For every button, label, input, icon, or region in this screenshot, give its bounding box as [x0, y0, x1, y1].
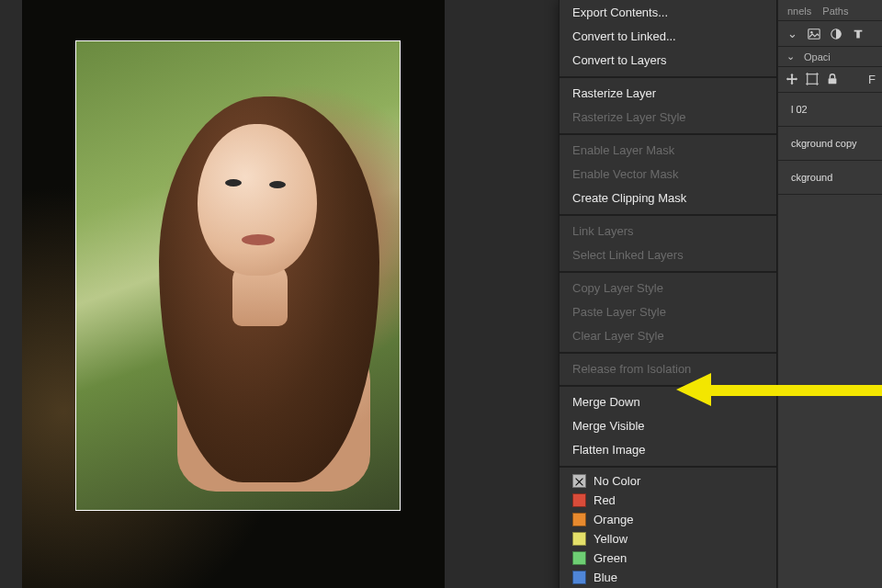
- lock-icon[interactable]: [826, 73, 839, 85]
- swatch-red: [572, 493, 586, 507]
- menu-item-release_isolation: Release from Isolation: [560, 357, 776, 381]
- type-filter-icon[interactable]: [852, 28, 865, 40]
- adjustment-filter-icon[interactable]: [830, 28, 842, 40]
- swatch-orange: [572, 513, 586, 526]
- chevron-down-icon[interactable]: ⌄: [787, 27, 797, 40]
- chevron-down-icon[interactable]: ⌄: [786, 51, 795, 62]
- layer-item-0[interactable]: l 02: [778, 93, 882, 127]
- portrait-face: [198, 124, 317, 276]
- canvas-area: [0, 0, 551, 588]
- menu-separator: [560, 76, 776, 78]
- menu-item-convert_layers[interactable]: Convert to Layers: [560, 49, 776, 73]
- layers-panel: nnels Paths ⌄ ⌄ Opaci F l 02ckground cop…: [777, 0, 882, 588]
- layer-list: l 02ckground copyckground: [778, 93, 882, 195]
- swatch-green: [572, 551, 586, 565]
- panel-tabs: nnels Paths: [778, 0, 882, 21]
- menu-separator: [560, 385, 776, 387]
- menu-item-link_layers: Link Layers: [560, 220, 776, 243]
- layer-filter-row: ⌄: [778, 21, 882, 47]
- menu-separator: [560, 271, 776, 273]
- portrait-lips: [242, 234, 275, 245]
- menu-item-convert_linked[interactable]: Convert to Linked...: [560, 25, 776, 49]
- color-label-text: Blue: [594, 571, 617, 584]
- menu-item-flatten_image[interactable]: Flatten Image: [560, 438, 776, 462]
- lock-row: F: [778, 67, 882, 93]
- svg-point-1: [810, 31, 812, 33]
- svg-rect-4: [829, 78, 837, 84]
- document[interactable]: [22, 0, 445, 588]
- move-icon[interactable]: [786, 73, 798, 85]
- artboard-icon[interactable]: [806, 73, 819, 85]
- menu-item-select_linked: Select Linked Layers: [560, 243, 776, 267]
- color-label-text: Red: [594, 493, 616, 507]
- swatch-blue: [572, 571, 586, 584]
- menu-item-merge_visible[interactable]: Merge Visible: [560, 414, 776, 438]
- menu-item-create_clipping_mask[interactable]: Create Clipping Mask: [560, 187, 776, 210]
- menu-item-rasterize_layer[interactable]: Rasterize Layer: [560, 82, 776, 106]
- layer-context-menu[interactable]: Export Contents...Convert to Linked...Co…: [559, 0, 777, 588]
- tab-paths[interactable]: Paths: [822, 6, 848, 17]
- color-label-orange[interactable]: Orange: [560, 510, 776, 529]
- color-label-blue[interactable]: Blue: [560, 568, 776, 587]
- menu-separator: [560, 466, 776, 468]
- menu-separator: [560, 352, 776, 354]
- tab-channels[interactable]: nnels: [787, 6, 811, 17]
- swatch-none: [572, 474, 586, 488]
- color-label-yellow[interactable]: Yellow: [560, 529, 776, 548]
- menu-separator: [560, 133, 776, 135]
- layer-item-2[interactable]: ckground: [778, 161, 882, 195]
- menu-item-rasterize_style: Rasterize Layer Style: [560, 106, 776, 130]
- fill-label: F: [868, 73, 876, 86]
- svg-rect-3: [808, 74, 818, 85]
- menu-separator: [560, 214, 776, 216]
- blend-row: ⌄ Opaci: [778, 47, 882, 67]
- foreground-image: [75, 40, 401, 511]
- color-label-red[interactable]: Red: [560, 491, 776, 510]
- color-label-text: No Color: [594, 474, 640, 488]
- portrait-eye-right: [269, 181, 286, 188]
- color-label-green[interactable]: Green: [560, 548, 776, 568]
- menu-item-paste_layer_style: Paste Layer Style: [560, 300, 776, 324]
- menu-item-clear_layer_style: Clear Layer Style: [560, 324, 776, 348]
- menu-item-copy_layer_style: Copy Layer Style: [560, 277, 776, 300]
- opacity-label: Opaci: [804, 51, 831, 62]
- color-label-text: Green: [594, 551, 627, 565]
- color-label-text: Yellow: [594, 532, 628, 546]
- menu-item-enable_layer_mask: Enable Layer Mask: [560, 139, 776, 163]
- menu-item-enable_vector_mask: Enable Vector Mask: [560, 163, 776, 187]
- image-filter-icon[interactable]: [808, 28, 820, 40]
- layer-item-1[interactable]: ckground copy: [778, 127, 882, 161]
- color-label-none[interactable]: No Color: [560, 471, 776, 491]
- swatch-yellow: [572, 532, 586, 546]
- portrait-eye-left: [225, 179, 242, 187]
- menu-item-export_contents[interactable]: Export Contents...: [560, 1, 776, 25]
- menu-item-merge_down[interactable]: Merge Down: [560, 390, 776, 414]
- color-label-text: Orange: [594, 513, 633, 526]
